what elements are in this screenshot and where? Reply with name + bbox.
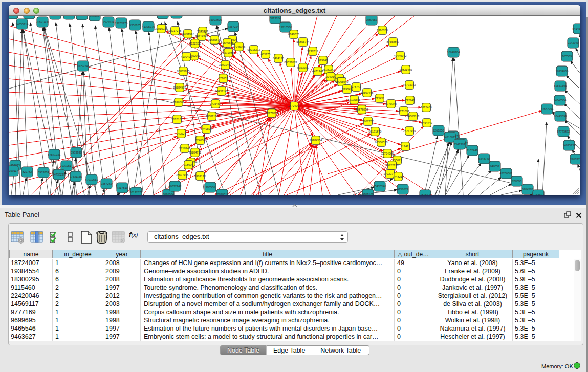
svg-text:6204505: 6204505 (522, 188, 533, 191)
svg-text:78820812: 78820812 (216, 193, 229, 195)
svg-text:3158692: 3158692 (533, 193, 544, 195)
svg-text:7543303: 7543303 (454, 143, 465, 146)
svg-text:61586578: 61586578 (375, 141, 388, 144)
svg-text:80531003: 80531003 (285, 61, 297, 64)
svg-text:3200379: 3200379 (570, 158, 580, 161)
svg-text:8963834: 8963834 (38, 171, 49, 174)
svg-text:80443699: 80443699 (554, 115, 567, 118)
svg-text:7996507: 7996507 (173, 101, 184, 104)
svg-text:9909133: 9909133 (194, 174, 206, 178)
svg-text:318699: 318699 (184, 163, 193, 166)
svg-text:8350305: 8350305 (129, 24, 141, 27)
svg-text:341316: 341316 (90, 16, 100, 17)
svg-text:85435346: 85435346 (374, 185, 386, 188)
svg-text:19384554: 19384554 (310, 139, 322, 142)
svg-text:46872343: 46872343 (169, 185, 182, 188)
svg-text:39821465: 39821465 (400, 68, 412, 71)
svg-text:19065940: 19065940 (336, 80, 349, 83)
svg-text:31665876: 31665876 (208, 38, 221, 41)
svg-text:75204711: 75204711 (189, 151, 201, 154)
svg-text:36183242: 36183242 (322, 68, 335, 71)
svg-text:57871331: 57871331 (48, 153, 61, 156)
svg-text:32016328: 32016328 (155, 27, 168, 30)
svg-text:7357224: 7357224 (228, 25, 239, 28)
svg-text:679740: 679740 (318, 59, 328, 62)
svg-text:715451: 715451 (375, 97, 385, 100)
svg-text:10648784: 10648784 (447, 51, 460, 54)
svg-text:11724005: 11724005 (381, 152, 394, 155)
svg-text:24808613: 24808613 (407, 115, 420, 118)
svg-text:83777014: 83777014 (266, 112, 278, 115)
svg-text:4771093: 4771093 (398, 110, 409, 113)
svg-text:95798687: 95798687 (182, 32, 194, 35)
svg-text:69222196: 69222196 (386, 164, 399, 167)
svg-text:2087682: 2087682 (366, 18, 377, 21)
svg-text:67010651: 67010651 (85, 178, 98, 181)
svg-text:3387262: 3387262 (101, 182, 112, 185)
svg-text:48083136: 48083136 (206, 115, 219, 118)
svg-text:9909169: 9909169 (362, 193, 374, 195)
svg-text:913431: 913431 (401, 145, 410, 148)
svg-text:640052: 640052 (490, 165, 500, 168)
svg-text:99016272: 99016272 (248, 48, 260, 51)
svg-text:14055714: 14055714 (16, 23, 29, 26)
svg-text:23662994: 23662994 (541, 107, 554, 111)
svg-text:4190496: 4190496 (181, 55, 192, 58)
svg-text:965569: 965569 (562, 55, 572, 58)
svg-text:87558867: 87558867 (387, 40, 400, 43)
svg-text:19283276: 19283276 (115, 21, 128, 25)
svg-text:4751079: 4751079 (397, 188, 408, 191)
svg-text:6464170: 6464170 (273, 57, 284, 60)
svg-text:5348740: 5348740 (478, 157, 490, 160)
svg-text:6026064: 6026064 (163, 193, 174, 195)
svg-text:08317278: 08317278 (169, 29, 182, 32)
svg-text:031051: 031051 (62, 164, 72, 167)
svg-text:54145868: 54145868 (573, 27, 580, 30)
svg-text:14846564: 14846564 (554, 99, 567, 102)
svg-text:2260256: 2260256 (433, 129, 444, 132)
svg-text:712748: 712748 (405, 99, 415, 102)
svg-text:16033809: 16033809 (209, 18, 222, 21)
svg-text:6349578: 6349578 (288, 33, 299, 36)
svg-text:980500: 980500 (206, 186, 215, 189)
svg-text:3396360: 3396360 (377, 29, 388, 32)
svg-text:2710947: 2710947 (179, 147, 190, 150)
svg-text:11838425: 11838425 (419, 193, 431, 195)
svg-text:69453147: 69453147 (215, 90, 228, 93)
svg-text:26217459: 26217459 (403, 129, 416, 133)
svg-text:3749894: 3749894 (201, 127, 212, 130)
svg-text:0142940: 0142940 (568, 41, 579, 45)
svg-text:3039117: 3039117 (9, 169, 18, 172)
svg-text:34216073: 34216073 (444, 136, 456, 139)
svg-text:0923271: 0923271 (297, 66, 309, 69)
svg-text:31931491: 31931491 (219, 63, 232, 67)
svg-text:1182449: 1182449 (467, 149, 477, 152)
svg-text:26284987: 26284987 (173, 86, 186, 89)
svg-text:37346706: 37346706 (233, 45, 246, 48)
svg-text:70546688: 70546688 (221, 41, 234, 45)
svg-text:34738299: 34738299 (53, 173, 66, 176)
svg-text:67175655: 67175655 (348, 98, 361, 101)
svg-text:278742: 278742 (352, 85, 361, 89)
svg-text:40449972: 40449972 (394, 54, 407, 57)
svg-text:824008: 824008 (195, 139, 205, 142)
svg-text:465375: 465375 (261, 53, 271, 56)
svg-text:343524: 343524 (177, 132, 186, 135)
svg-text:280598: 280598 (512, 180, 522, 183)
svg-text:822782: 822782 (23, 170, 32, 173)
svg-text:6272980: 6272980 (223, 51, 234, 54)
svg-text:83561595: 83561595 (554, 84, 567, 87)
svg-text:80876038: 80876038 (356, 108, 368, 111)
svg-text:46773782: 46773782 (403, 83, 416, 86)
svg-text:57773872: 57773872 (557, 130, 570, 133)
svg-text:56855744: 56855744 (297, 40, 310, 43)
svg-text:671657: 671657 (219, 77, 228, 80)
svg-text:80132677: 80132677 (130, 191, 143, 194)
svg-text:8122362: 8122362 (189, 42, 201, 45)
svg-text:7317810: 7317810 (117, 186, 128, 189)
svg-text:0748217: 0748217 (393, 175, 404, 178)
svg-text:1232812: 1232812 (307, 50, 318, 53)
svg-text:20053346: 20053346 (77, 64, 90, 68)
svg-text:95171870: 95171870 (369, 130, 382, 133)
svg-text:19218506: 19218506 (279, 26, 292, 29)
